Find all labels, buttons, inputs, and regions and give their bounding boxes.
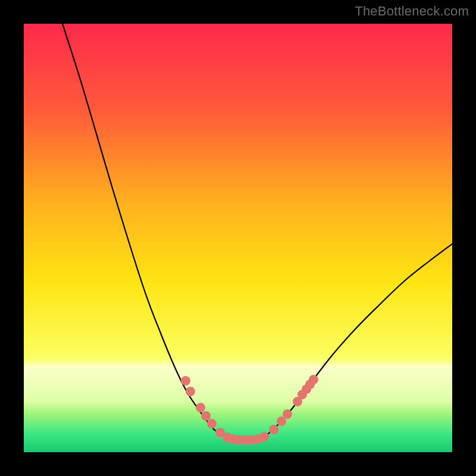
chart-frame: TheBottleneck.com — [0, 0, 476, 476]
marker-dot — [283, 409, 292, 419]
marker-dot — [181, 376, 190, 386]
gradient-background — [24, 24, 452, 452]
plot-area — [24, 24, 452, 452]
marker-dot — [269, 425, 278, 434]
watermark-text: TheBottleneck.com — [355, 4, 469, 19]
marker-dot — [196, 403, 205, 412]
marker-dot — [186, 387, 195, 396]
bottleneck-curve-chart — [24, 24, 452, 452]
marker-dot — [207, 419, 217, 428]
marker-dot — [259, 432, 269, 441]
marker-dot — [201, 411, 211, 421]
marker-dot — [309, 375, 318, 384]
